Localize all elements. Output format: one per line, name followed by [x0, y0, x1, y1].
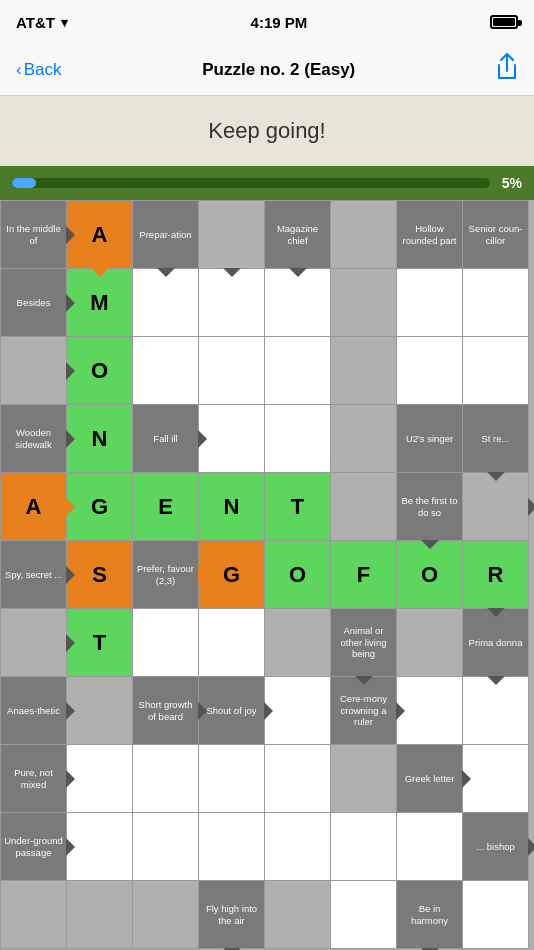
- clue-text: Under-ground passage: [4, 835, 63, 857]
- status-bar: AT&T ▾ 4:19 PM: [0, 0, 534, 44]
- letter-cell-n[interactable]: N: [199, 473, 265, 541]
- empty-cell: [199, 201, 265, 269]
- arrow-right-icon: [198, 566, 207, 584]
- clue-senior[interactable]: Senior coun-cillor: [463, 201, 529, 269]
- clue-st-re[interactable]: St re...: [463, 405, 529, 473]
- crossword-grid: In the middle of A Prepar-ation Magazine…: [0, 200, 529, 949]
- white-cell[interactable]: [463, 881, 529, 949]
- empty-cell: [397, 609, 463, 677]
- clue-wooden[interactable]: Wooden sidewalk: [1, 405, 67, 473]
- letter-cell-g[interactable]: G: [67, 473, 133, 541]
- white-cell[interactable]: [463, 269, 529, 337]
- clue-preparation[interactable]: Prepar-ation: [133, 201, 199, 269]
- clue-besides[interactable]: Besides: [1, 269, 67, 337]
- white-cell[interactable]: [397, 813, 463, 881]
- arrow-right-icon: [66, 566, 75, 584]
- white-cell[interactable]: [463, 337, 529, 405]
- letter-cell-o[interactable]: O: [67, 337, 133, 405]
- clue-greek[interactable]: Greek letter: [397, 745, 463, 813]
- letter-cell-e[interactable]: E: [133, 473, 199, 541]
- battery-icon: [490, 15, 518, 29]
- clue-text: Be in harmony: [411, 903, 448, 925]
- clue-text: Prepar-ation: [139, 229, 191, 240]
- white-cell[interactable]: [199, 337, 265, 405]
- white-cell[interactable]: [67, 745, 133, 813]
- back-label: Back: [24, 60, 62, 80]
- white-cell[interactable]: [265, 405, 331, 473]
- clue-animal[interactable]: Animal or other living being: [331, 609, 397, 677]
- back-button[interactable]: ‹ Back: [16, 60, 61, 80]
- white-cell[interactable]: [265, 745, 331, 813]
- arrow-right-icon: [528, 498, 534, 516]
- white-cell[interactable]: [133, 337, 199, 405]
- letter-cell-n[interactable]: N: [67, 405, 133, 473]
- white-cell[interactable]: [133, 813, 199, 881]
- clue-in-the-middle[interactable]: In the middle of: [1, 201, 67, 269]
- letter-cell-a2[interactable]: A: [1, 473, 67, 541]
- progress-track: [12, 178, 490, 188]
- white-cell[interactable]: [133, 745, 199, 813]
- letter-cell-m[interactable]: M: [67, 269, 133, 337]
- clue-shout[interactable]: Shout of joy: [199, 677, 265, 745]
- white-cell[interactable]: [133, 269, 199, 337]
- clue-anaesthetic[interactable]: Anaes-thetic: [1, 677, 67, 745]
- clue-be-harmony[interactable]: Be in harmony: [397, 881, 463, 949]
- clue-text: Short growth of beard: [139, 699, 193, 721]
- clue-text: Fly high into the air: [206, 903, 257, 925]
- nav-bar: ‹ Back Puzzle no. 2 (Easy): [0, 44, 534, 96]
- wifi-icon: ▾: [61, 15, 68, 30]
- white-cell[interactable]: [265, 813, 331, 881]
- arrow-right-icon: [66, 362, 75, 380]
- clue-ceremony[interactable]: Cere-mony crowning a ruler: [331, 677, 397, 745]
- white-cell[interactable]: [265, 269, 331, 337]
- white-cell[interactable]: [199, 813, 265, 881]
- white-cell[interactable]: [265, 337, 331, 405]
- letter-cell-a1[interactable]: A: [67, 201, 133, 269]
- letter-cell-s[interactable]: S: [67, 541, 133, 609]
- share-button[interactable]: [496, 53, 518, 86]
- clue-be-first[interactable]: Be the first to do so: [397, 473, 463, 541]
- clue-pure[interactable]: Pure, not mixed: [1, 745, 67, 813]
- clue-fall-ill[interactable]: Fall ill: [133, 405, 199, 473]
- white-cell[interactable]: [133, 609, 199, 677]
- clue-u2[interactable]: U2's singer: [397, 405, 463, 473]
- clue-bishop[interactable]: ... bishop: [463, 813, 529, 881]
- letter-display: N: [92, 426, 108, 451]
- clue-prefer[interactable]: Prefer, favour (2,3): [133, 541, 199, 609]
- white-cell[interactable]: [199, 405, 265, 473]
- clue-prima[interactable]: Prima donna: [463, 609, 529, 677]
- white-cell[interactable]: [265, 677, 331, 745]
- white-cell[interactable]: [397, 269, 463, 337]
- arrow-down-icon: [223, 268, 241, 277]
- empty-cell: [1, 337, 67, 405]
- white-cell[interactable]: [331, 813, 397, 881]
- white-cell[interactable]: [397, 677, 463, 745]
- white-cell[interactable]: [463, 745, 529, 813]
- letter-cell-f[interactable]: F: [331, 541, 397, 609]
- letter-cell-r[interactable]: R: [463, 541, 529, 609]
- letter-cell-t2[interactable]: T: [67, 609, 133, 677]
- letter-cell-o2[interactable]: O: [265, 541, 331, 609]
- letter-cell-g2[interactable]: G: [199, 541, 265, 609]
- arrow-down-icon: [355, 676, 373, 685]
- letter-cell-o3[interactable]: O: [397, 541, 463, 609]
- letter-cell-t[interactable]: T: [265, 473, 331, 541]
- clue-fly-high[interactable]: Fly high into the air: [199, 881, 265, 949]
- clue-magazine[interactable]: Magazine chief: [265, 201, 331, 269]
- arrow-right-icon: [66, 634, 75, 652]
- white-cell[interactable]: [199, 745, 265, 813]
- white-cell[interactable]: [463, 677, 529, 745]
- white-cell[interactable]: [331, 881, 397, 949]
- clue-spy[interactable]: Spy, secret ...: [1, 541, 67, 609]
- letter-display: F: [357, 562, 370, 587]
- arrow-right-icon: [66, 226, 75, 244]
- clue-short-growth[interactable]: Short growth of beard: [133, 677, 199, 745]
- clue-underground[interactable]: Under-ground passage: [1, 813, 67, 881]
- white-cell[interactable]: [199, 609, 265, 677]
- clue-text: Cere-mony crowning a ruler: [340, 693, 387, 727]
- white-cell[interactable]: [397, 337, 463, 405]
- clue-text: Greek letter: [405, 773, 455, 784]
- white-cell[interactable]: [67, 813, 133, 881]
- white-cell[interactable]: [199, 269, 265, 337]
- clue-hollow[interactable]: Hollow rounded part: [397, 201, 463, 269]
